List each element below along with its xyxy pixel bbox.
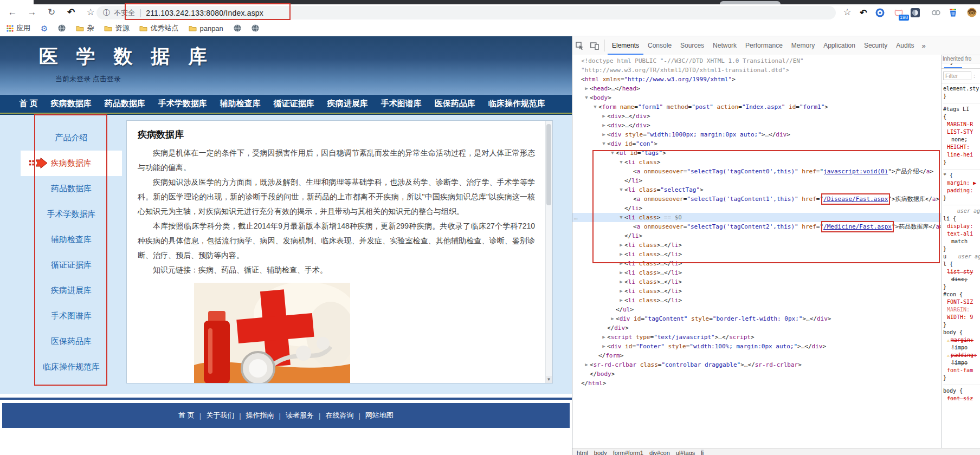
bookmark-item-资源[interactable]: 资源 bbox=[104, 23, 129, 33]
bookmark-item-应用[interactable]: 应用 bbox=[7, 23, 30, 33]
expand-arrow-open-icon[interactable]: ▼ bbox=[583, 93, 590, 102]
expand-arrow-closed-icon[interactable]: ▶ bbox=[618, 240, 624, 250]
sidebar-item[interactable]: 手术图谱库 bbox=[21, 303, 122, 329]
nav-item[interactable]: 手术学数据库 bbox=[158, 99, 207, 109]
styles-rule-line[interactable]: list-sty bbox=[943, 268, 980, 276]
inspect-element-icon[interactable] bbox=[572, 36, 587, 55]
styles-rule-line[interactable]: uuser ag bbox=[943, 253, 980, 261]
dom-tree-line[interactable]: ▶<div id="tagContent" style="border-left… bbox=[572, 314, 941, 323]
styles-rule-line[interactable]: body { bbox=[943, 329, 980, 336]
trash-extension-icon[interactable] bbox=[946, 6, 960, 19]
more-tabs-chevron[interactable]: » bbox=[919, 42, 929, 50]
dom-tree-line[interactable]: "http://www.w3.org/TR/xhtml1/DTD/xhtml1-… bbox=[572, 66, 941, 75]
styles-rule-line[interactable]: element.sty bbox=[943, 85, 980, 93]
devtools-tab-security[interactable]: Security bbox=[860, 36, 892, 55]
dom-tree-line[interactable]: ▶<div id="Footer" style="width:100%; mar… bbox=[572, 342, 941, 351]
sidebar-item[interactable]: 药品数据库 bbox=[21, 176, 122, 202]
bookmark-item-panpan[interactable]: panpan bbox=[189, 24, 223, 32]
breadcrumb-form-form1[interactable]: form#form1 bbox=[613, 450, 643, 455]
sidebar-item-active[interactable]: 疾病数据库 bbox=[21, 151, 122, 176]
sidebar-item[interactable]: 循证证据库 bbox=[21, 252, 122, 278]
expand-arrow-open-icon[interactable]: ▼ bbox=[618, 185, 624, 194]
dom-href-link-annotated[interactable]: /Disease/Fast.aspx bbox=[823, 196, 888, 203]
address-bar[interactable]: ⓘ 不安全 | 211.103.242.133:8080/Index.aspx bbox=[96, 6, 836, 20]
dom-tree-line[interactable]: ▼<div id="con"> bbox=[572, 139, 941, 148]
styles-rule-line[interactable]: margin: ▶ bbox=[943, 179, 980, 187]
dom-tree-line[interactable]: </body> bbox=[572, 369, 941, 379]
dom-tree-line[interactable]: ▶<head>…</head> bbox=[572, 84, 941, 93]
dom-tree-line[interactable]: </ul> bbox=[572, 305, 941, 314]
breadcrumb-body[interactable]: body bbox=[594, 450, 607, 455]
dom-tree-line-selected[interactable]: …▼<li class> == $0 bbox=[572, 213, 941, 222]
scrollbar-down-button[interactable]: ▼ bbox=[546, 376, 552, 383]
bookmark-item[interactable] bbox=[58, 24, 66, 32]
expand-arrow-closed-icon[interactable]: ▶ bbox=[618, 287, 624, 296]
sidebar-item[interactable]: 辅助检查库 bbox=[21, 227, 122, 252]
dom-tree-line[interactable]: ▶<li class>…</li> bbox=[572, 277, 941, 287]
expand-arrow-closed-icon[interactable]: ▶ bbox=[601, 342, 607, 351]
styles-rule-line[interactable]: LIST-STY bbox=[943, 128, 980, 136]
dom-tree-line[interactable]: <a onmouseover="selectTag('tagContent1',… bbox=[572, 194, 941, 204]
styles-rule-line[interactable]: padding: bbox=[943, 352, 980, 359]
devtools-tab-application[interactable]: Application bbox=[819, 36, 860, 55]
expand-arrow-open-icon[interactable]: ▼ bbox=[592, 102, 598, 112]
sidebar-item[interactable]: 手术学数据库 bbox=[21, 202, 122, 227]
styles-rule-line[interactable]: l { bbox=[943, 261, 980, 268]
dom-line-menu-ellipsis[interactable]: … bbox=[574, 213, 578, 222]
expand-arrow-open-icon[interactable]: ▼ bbox=[601, 139, 607, 148]
nav-item[interactable]: 临床操作规范库 bbox=[488, 99, 545, 109]
devtools-tab-memory[interactable]: Memory bbox=[787, 36, 819, 55]
forward-button[interactable]: → bbox=[24, 4, 40, 21]
profile-avatar-icon[interactable] bbox=[965, 6, 979, 19]
breadcrumb-ul-tags[interactable]: ul#tags bbox=[676, 450, 695, 455]
footer-link[interactable]: 读者服务 bbox=[286, 411, 314, 420]
styles-rule-line[interactable]: text-ali bbox=[943, 230, 980, 238]
url-text[interactable]: 211.103.242.133:8080/Index.aspx bbox=[146, 9, 263, 17]
bookmark-item-杂[interactable]: 杂 bbox=[76, 23, 94, 33]
expand-arrow-open-icon[interactable]: ▼ bbox=[609, 148, 616, 158]
styles-filter-input[interactable]: Filter bbox=[943, 72, 971, 80]
link-extension-icon[interactable] bbox=[929, 6, 943, 19]
device-toolbar-icon[interactable] bbox=[587, 36, 602, 55]
expand-arrow-open-icon[interactable]: ▼ bbox=[618, 158, 624, 167]
blue-circle-extension-icon[interactable] bbox=[873, 6, 887, 19]
login-link[interactable]: 点击登录 bbox=[93, 75, 121, 83]
history-back-button[interactable]: ↶ bbox=[63, 4, 79, 21]
footer-link[interactable]: 在线咨询 bbox=[325, 411, 353, 420]
devtools-tab-audits[interactable]: Audits bbox=[892, 36, 918, 55]
dom-tree-line[interactable]: </div> bbox=[572, 323, 941, 333]
devtools-tab-console[interactable]: Console bbox=[643, 36, 676, 55]
dom-tree-line[interactable]: </li> bbox=[572, 176, 941, 185]
styles-rule-line[interactable]: FONT-SIZ bbox=[943, 298, 980, 306]
styles-rule-line[interactable]: MARGIN: bbox=[943, 306, 980, 314]
dom-tree-line[interactable]: ▶<li class>…</li> bbox=[572, 296, 941, 305]
styles-rule-line[interactable]: } bbox=[943, 321, 980, 329]
nav-item[interactable]: 首 页 bbox=[20, 99, 38, 109]
devtools-tab-sources[interactable]: Sources bbox=[676, 36, 708, 55]
dom-tree-line[interactable]: ▶<li class>…</li> bbox=[572, 250, 941, 259]
styles-rule-line[interactable]: #tags LI bbox=[943, 106, 980, 113]
dom-tree-line[interactable]: <a onmouseover="selectTag('tagContent0',… bbox=[572, 167, 941, 176]
dom-tree-line[interactable]: ▼<li class> bbox=[572, 158, 941, 167]
dom-tree-line[interactable]: ▶<script type="text/javascript">…</scrip… bbox=[572, 333, 941, 342]
dom-tree-line[interactable]: ▶<div>…</div> bbox=[572, 112, 941, 121]
expand-arrow-closed-icon[interactable]: ▶ bbox=[601, 112, 607, 121]
bookmark-item[interactable] bbox=[252, 24, 259, 32]
dom-tree-line[interactable]: </li> bbox=[572, 204, 941, 213]
expand-arrow-closed-icon[interactable]: ▶ bbox=[583, 360, 590, 369]
dom-tree-line[interactable]: ▶<li class>…</li> bbox=[572, 240, 941, 250]
nav-item[interactable]: 疾病数据库 bbox=[51, 99, 92, 109]
nav-item[interactable]: 辅助检查库 bbox=[220, 99, 261, 109]
styles-rule-line[interactable]: body { bbox=[943, 387, 980, 395]
styles-rule-line[interactable]: !impo bbox=[943, 344, 980, 352]
pseudo-class-toggle[interactable]: : bbox=[973, 73, 975, 79]
sidebar-item[interactable]: 疾病进展库 bbox=[21, 278, 122, 303]
styles-rule-line[interactable]: line-hei bbox=[943, 151, 980, 159]
dom-tree-line[interactable]: </form> bbox=[572, 351, 941, 360]
footer-link[interactable]: 首 页 bbox=[178, 411, 195, 420]
expand-arrow-closed-icon[interactable]: ▶ bbox=[609, 314, 616, 323]
bookmark-item[interactable]: ⚙ bbox=[41, 25, 48, 32]
navy-square-extension-icon[interactable] bbox=[908, 6, 922, 19]
sidebar-item[interactable]: 临床操作规范库 bbox=[21, 354, 122, 380]
styles-rule-line[interactable]: display: bbox=[943, 223, 980, 230]
